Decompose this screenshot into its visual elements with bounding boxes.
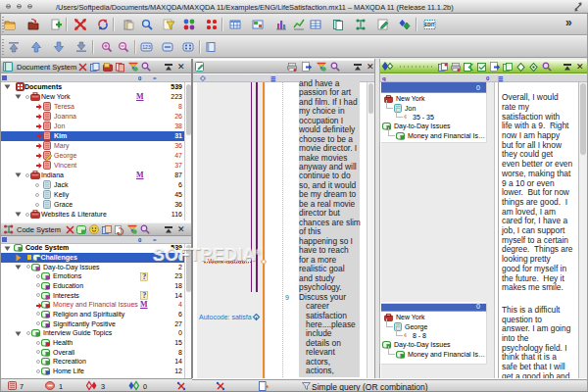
svg-text:123: 123 <box>142 44 151 50</box>
svg-text:EDIT: EDIT <box>424 23 435 27</box>
svg-text:?: ? <box>142 272 146 281</box>
svg-text:?: ? <box>142 291 146 300</box>
